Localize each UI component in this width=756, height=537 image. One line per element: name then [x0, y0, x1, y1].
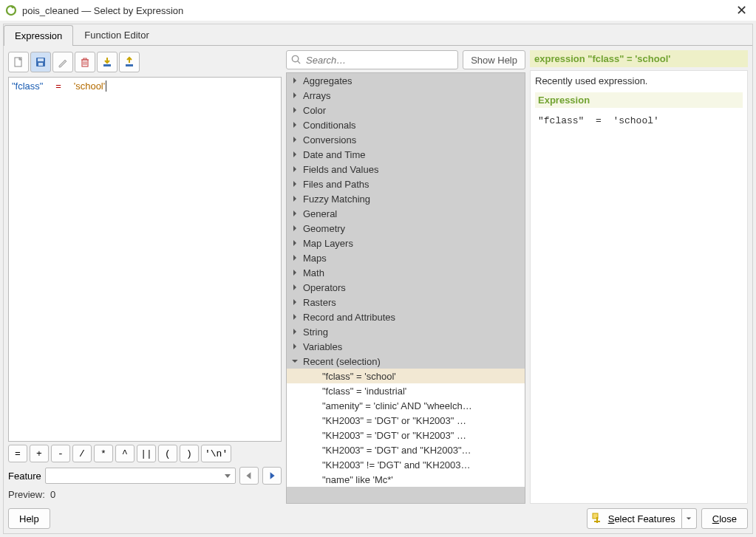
expression-panel: "fclass" = 'school' = + - / * ^ || ( ) '…: [8, 50, 282, 504]
text-caret: [106, 81, 106, 92]
tree-group[interactable]: Color: [287, 103, 525, 117]
tree-recent-item-label: "fclass" = 'industrial': [322, 386, 406, 397]
feature-combobox[interactable]: [45, 468, 236, 484]
select-features-icon: [592, 513, 604, 524]
op-newline-button[interactable]: '\n': [201, 445, 231, 462]
tree-group-label: Math: [303, 267, 324, 278]
tab-bar: Expression Function Editor: [4, 24, 752, 46]
edit-expression-button[interactable]: [52, 52, 73, 72]
tab-function-editor[interactable]: Function Editor: [73, 24, 160, 45]
chevron-right-icon: [291, 225, 299, 231]
op-lparen-button[interactable]: (: [158, 445, 177, 462]
tree-recent-item[interactable]: "name" like 'Mc*': [287, 472, 525, 487]
tree-group[interactable]: Conversions: [287, 132, 525, 147]
svg-rect-8: [126, 64, 133, 66]
token-field: "fclass": [12, 81, 43, 92]
chevron-right-icon: [291, 314, 299, 320]
chevron-right-icon: [291, 92, 299, 98]
help-button[interactable]: Help: [8, 508, 50, 529]
tree-group[interactable]: Aggregates: [287, 73, 525, 88]
tree-group[interactable]: Maps: [287, 250, 525, 265]
chevron-right-icon: [291, 166, 299, 172]
chevron-right-icon: [291, 255, 299, 261]
tree-group[interactable]: General: [287, 206, 525, 221]
app-icon: [4, 4, 18, 17]
export-expression-button[interactable]: [119, 52, 140, 72]
tree-recent-item[interactable]: "fclass" = 'industrial': [287, 383, 525, 398]
feature-prev-button[interactable]: [239, 467, 259, 485]
tab-expression[interactable]: Expression: [4, 25, 73, 46]
tree-group[interactable]: Map Layers: [287, 236, 525, 250]
tree-group[interactable]: Record and Attributes: [287, 309, 525, 324]
import-expression-button[interactable]: [97, 52, 118, 72]
help-panel: expression "fclass" = 'school' Recently …: [530, 50, 748, 504]
feature-next-button[interactable]: [262, 467, 282, 485]
tree-group-label: String: [303, 326, 328, 338]
select-features-button[interactable]: Select Features: [587, 508, 682, 529]
op-concat-button[interactable]: ||: [137, 445, 156, 462]
tree-recent-item[interactable]: "amenity" = 'clinic' AND "wheelch…: [287, 398, 525, 413]
op-plus-button[interactable]: +: [30, 445, 49, 462]
tree-group[interactable]: Arrays: [287, 88, 525, 103]
select-features-dropdown[interactable]: [682, 508, 697, 529]
tree-recent-item[interactable]: "KH2003" != 'DGT' and "KH2003…: [287, 457, 525, 472]
dialog-frame: Expression Function Editor: [3, 24, 753, 534]
tree-group[interactable]: Fields and Values: [287, 162, 525, 177]
chevron-right-icon: [291, 151, 299, 157]
tree-group[interactable]: Operators: [287, 280, 525, 295]
chevron-right-icon: [291, 211, 299, 216]
window-close-button[interactable]: ✕: [732, 2, 752, 18]
tree-group[interactable]: Variables: [287, 339, 525, 354]
svg-rect-5: [38, 63, 43, 66]
op-eq-button[interactable]: =: [8, 445, 27, 462]
tree-group-label: Map Layers: [303, 238, 353, 249]
function-tree-panel: Show Help AggregatesArraysColorCondition…: [286, 50, 525, 504]
op-pow-button[interactable]: ^: [115, 445, 134, 462]
tree-group[interactable]: Geometry: [287, 221, 525, 236]
tree-group-label: Aggregates: [303, 75, 353, 86]
tree-group[interactable]: Date and Time: [287, 147, 525, 162]
preview-row: Preview: 0: [8, 489, 282, 504]
tree-recent-item-label: "KH2003" = 'DGT' or "KH2003" …: [322, 415, 466, 426]
token-string: 'school': [74, 81, 106, 92]
show-help-button[interactable]: Show Help: [463, 50, 525, 69]
preview-label: Preview:: [8, 489, 45, 500]
new-expression-button[interactable]: [8, 52, 29, 72]
function-tree[interactable]: AggregatesArraysColorConditionalsConvers…: [286, 72, 525, 504]
function-search-input[interactable]: [286, 50, 458, 69]
tree-group-label: Rasters: [303, 297, 336, 308]
tree-group-recent[interactable]: Recent (selection): [287, 354, 525, 369]
tree-group[interactable]: String: [287, 324, 525, 339]
chevron-right-icon: [291, 107, 299, 113]
tree-group[interactable]: Math: [287, 265, 525, 280]
expression-editor[interactable]: "fclass" = 'school': [8, 77, 282, 442]
title-bar: pois_cleaned — Select by Expression ✕: [0, 0, 756, 21]
op-mult-button[interactable]: *: [94, 445, 113, 462]
tree-group[interactable]: Rasters: [287, 295, 525, 309]
op-div-button[interactable]: /: [72, 445, 92, 462]
chevron-right-icon: [291, 122, 299, 128]
tree-group-label: Fields and Values: [303, 164, 378, 175]
tree-recent-item[interactable]: "KH2003" = 'DGT' or "KH2003" …: [287, 413, 525, 428]
function-search-wrap: [286, 50, 458, 69]
tree-recent-item[interactable]: "KH2003" = 'DGT' and "KH2003"…: [287, 442, 525, 457]
tree-group-label: Conversions: [303, 134, 356, 146]
tree-group[interactable]: Conditionals: [287, 117, 525, 132]
op-minus-button[interactable]: -: [51, 445, 70, 462]
chevron-right-icon: [291, 343, 299, 349]
delete-expression-button[interactable]: [75, 52, 95, 72]
chevron-right-icon: [291, 240, 299, 246]
op-rparen-button[interactable]: ): [180, 445, 199, 462]
tree-recent-item-label: "amenity" = 'clinic' AND "wheelch…: [322, 400, 472, 411]
svg-rect-4: [38, 58, 44, 61]
close-button[interactable]: Close: [701, 508, 748, 529]
preview-value: 0: [50, 489, 55, 500]
save-expression-button[interactable]: [30, 52, 51, 72]
tree-group-label: Arrays: [303, 90, 331, 101]
tree-group[interactable]: Files and Paths: [287, 177, 525, 191]
tree-recent-item[interactable]: "fclass" = 'school': [287, 369, 525, 383]
tree-recent-item-label: "KH2003" != 'DGT' and "KH2003…: [322, 459, 471, 471]
tree-recent-item[interactable]: "KH2003" = 'DGT' or "KH2003" …: [287, 428, 525, 442]
chevron-down-icon: [291, 358, 299, 364]
tree-group[interactable]: Fuzzy Matching: [287, 191, 525, 206]
